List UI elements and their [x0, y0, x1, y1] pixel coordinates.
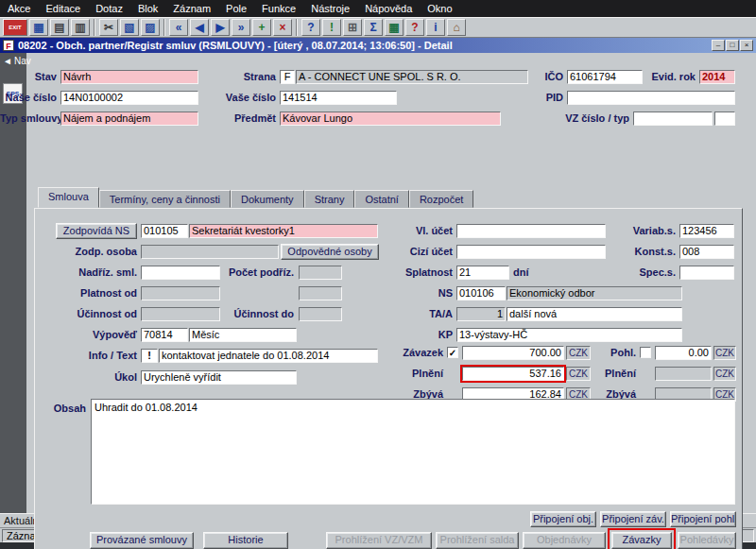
- copy-icon[interactable]: ▧: [120, 19, 139, 36]
- ico-field[interactable]: 61061794: [567, 70, 643, 84]
- menu-item-nastroje[interactable]: Nástroje: [303, 0, 357, 17]
- plneni-field[interactable]: 537.16: [462, 367, 564, 381]
- pripojeni-pohl-button[interactable]: Připojení pohl.: [670, 511, 736, 527]
- konst-s-field[interactable]: 008: [679, 245, 734, 259]
- exit-form-icon[interactable]: ⌂: [447, 19, 466, 36]
- nase-cislo-field[interactable]: 14N0100002: [60, 91, 198, 105]
- zodpovida-ns-code-field[interactable]: 010105: [141, 224, 188, 238]
- calculator-icon[interactable]: ⊞: [343, 19, 362, 36]
- menu-item-pole[interactable]: Pole: [218, 0, 254, 17]
- ukol-field[interactable]: Urychleně vyřídit: [141, 370, 297, 385]
- close-icon[interactable]: ×: [740, 40, 753, 51]
- info-flag-field[interactable]: !: [141, 349, 158, 363]
- kp-field[interactable]: 13-výstavy-HČ: [456, 328, 682, 342]
- nadriz-sml-label: Nadříz. sml.: [43, 266, 137, 280]
- splatnost-field[interactable]: 21: [456, 266, 509, 280]
- paste-icon[interactable]: ▨: [141, 19, 160, 36]
- tab-ostatni[interactable]: Ostatní: [354, 190, 408, 208]
- nav-label: Nav: [14, 56, 31, 66]
- tab-dokumenty[interactable]: Dokumenty: [231, 190, 304, 208]
- info-text-field[interactable]: kontaktovat jednatele do 01.08.2014: [159, 349, 378, 363]
- spec-s-field[interactable]: [679, 266, 734, 280]
- delete-record-icon[interactable]: ×: [273, 19, 292, 36]
- zodpovida-ns-button[interactable]: Zodpovídá NS: [56, 223, 137, 239]
- next-record-icon[interactable]: ▶: [211, 19, 230, 36]
- ns-code-field[interactable]: 010106: [456, 286, 506, 300]
- menu-item-akce[interactable]: Akce: [0, 0, 38, 17]
- last-record-icon[interactable]: »: [232, 19, 250, 36]
- plneni-right-field: [655, 367, 712, 381]
- pripojeni-obj-button[interactable]: Připojení obj.: [530, 511, 596, 527]
- stav-field[interactable]: Návrh: [60, 70, 198, 84]
- plneni-right-label: Plnění: [593, 367, 636, 381]
- app-icon: F: [3, 40, 14, 51]
- typ-smlouvy-field[interactable]: Nájem a podnájem: [60, 112, 198, 126]
- vl-ucet-field[interactable]: [456, 224, 606, 238]
- pohl-field[interactable]: 0.00: [655, 346, 712, 360]
- menu-item-zaznam[interactable]: Záznam: [165, 0, 218, 17]
- restore-icon[interactable]: □: [726, 40, 739, 51]
- print-preview-icon[interactable]: ▥: [71, 19, 90, 36]
- vypoved-code-field[interactable]: 70814: [141, 328, 188, 342]
- smlouva-panel: Zodpovídá NS 010105 Sekretariát kvestork…: [34, 208, 743, 549]
- zodp-osoba-label: Zodp. osoba: [43, 245, 137, 259]
- zavazek-field[interactable]: 700.00: [462, 346, 564, 360]
- pohl-checkbox[interactable]: [640, 347, 651, 358]
- strana-code-field[interactable]: F: [280, 70, 295, 84]
- pripojeni-zav-button[interactable]: Připojení záv.: [600, 511, 666, 527]
- info-icon[interactable]: i: [426, 19, 445, 36]
- pid-field[interactable]: [567, 91, 735, 105]
- minimize-icon[interactable]: –: [712, 40, 725, 51]
- ta-a-field[interactable]: další nová: [507, 307, 682, 321]
- evid-rok-field[interactable]: 2014: [699, 70, 735, 84]
- save-icon[interactable]: ▦: [29, 19, 48, 36]
- provazane-smlouvy-button[interactable]: Provázané smlouvy: [90, 532, 194, 549]
- cut-icon[interactable]: ✂: [99, 19, 118, 36]
- menu-item-napoveda[interactable]: Nápověda: [357, 0, 420, 17]
- evid-rok-label: Evid. rok: [646, 70, 696, 84]
- ta-a-label: TA/A: [381, 307, 453, 321]
- menu-item-okno[interactable]: Okno: [420, 0, 459, 17]
- tab-terminy[interactable]: Termíny, ceny a činnosti: [99, 190, 231, 208]
- zavazek-label: Závazek: [381, 346, 443, 360]
- zavazky-button[interactable]: Závazky: [611, 532, 672, 549]
- enter-query-icon[interactable]: ?: [301, 19, 320, 36]
- vase-cislo-field[interactable]: 141514: [280, 91, 397, 105]
- ucinnost-do-field: [299, 307, 342, 321]
- vypoved-text-field[interactable]: Měsíc: [189, 328, 297, 342]
- cizi-ucet-field[interactable]: [456, 245, 606, 259]
- nav-collapse[interactable]: ◄ Nav: [0, 53, 26, 66]
- sum-icon[interactable]: Σ: [364, 19, 383, 36]
- vz-cislo-field[interactable]: [633, 112, 713, 126]
- variab-s-field[interactable]: 123456: [679, 224, 734, 238]
- help-icon[interactable]: ?: [405, 19, 424, 36]
- menu-item-dotaz[interactable]: Dotaz: [88, 0, 130, 17]
- zavazek-checkbox[interactable]: ✓: [447, 347, 458, 358]
- predmet-field[interactable]: Kávovar Lungo: [280, 112, 501, 126]
- insert-record-icon[interactable]: +: [252, 19, 271, 36]
- vz-typ-field[interactable]: [714, 112, 735, 126]
- pocet-podriz-label: Počet podříz.: [220, 266, 294, 280]
- splatnost-label: Splatnost: [381, 266, 453, 280]
- prev-record-icon[interactable]: ◀: [190, 19, 209, 36]
- historie-button[interactable]: Historie: [203, 532, 288, 549]
- tab-rozpocet[interactable]: Rozpočet: [409, 190, 473, 208]
- menu-item-editace[interactable]: Editace: [38, 0, 88, 17]
- konst-s-label: Konst.s.: [610, 245, 676, 259]
- execute-query-icon[interactable]: !: [322, 19, 341, 36]
- obsah-textarea[interactable]: Uhradit do 01.08.2014: [91, 399, 735, 505]
- tab-smlouva[interactable]: Smlouva: [38, 187, 99, 208]
- window-titlebar[interactable]: F 08202 - Obch. partner/Registr smluv (R…: [0, 38, 756, 53]
- odpovedne-osoby-button[interactable]: Odpovědné osoby: [281, 244, 379, 260]
- vypoved-label: Výpověď: [43, 328, 137, 342]
- menu-item-funkce[interactable]: Funkce: [254, 0, 303, 17]
- tab-strany[interactable]: Strany: [304, 190, 355, 208]
- ukol-label: Úkol: [43, 370, 137, 385]
- menu-item-blok[interactable]: Blok: [130, 0, 165, 17]
- excel-export-icon[interactable]: ▦: [385, 19, 404, 36]
- nadriz-sml-field[interactable]: [141, 266, 220, 280]
- exit-button[interactable]: EXIT: [3, 19, 27, 36]
- zodpovida-ns-name-field[interactable]: Sekretariát kvestorky1: [189, 224, 378, 238]
- first-record-icon[interactable]: «: [169, 19, 188, 36]
- print-icon[interactable]: ▤: [50, 19, 69, 36]
